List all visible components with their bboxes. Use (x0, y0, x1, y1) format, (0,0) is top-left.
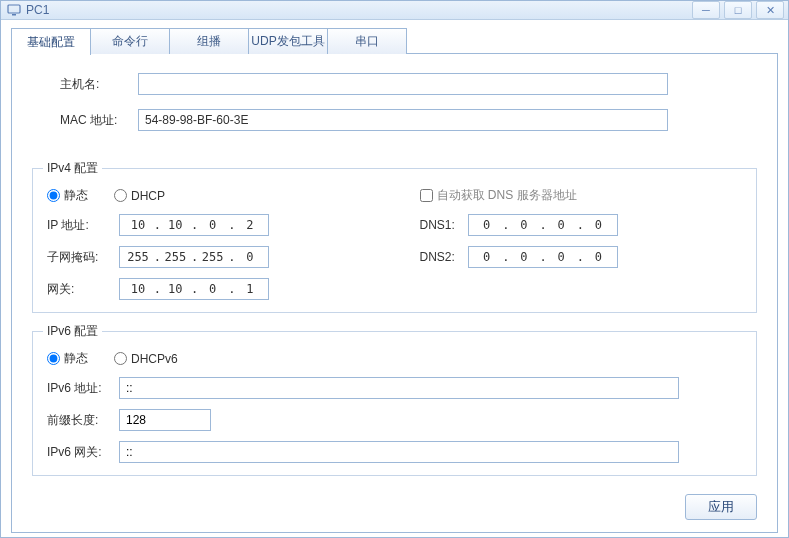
ipv4-dhcp-radio[interactable]: DHCP (114, 189, 165, 203)
mask-label: 子网掩码: (47, 249, 119, 266)
tab-basic[interactable]: 基础配置 (11, 28, 91, 55)
ipv4-right-col: 自动获取 DNS 服务器地址 DNS1: 0. 0. 0. 0 (420, 187, 743, 300)
mask-input[interactable]: 255. 255. 255. 0 (119, 246, 269, 268)
ipv4-static-radio[interactable]: 静态 (47, 187, 88, 204)
ipv6-addr-input[interactable] (119, 377, 679, 399)
dns1-label: DNS1: (420, 218, 468, 232)
ipv6-gw-input[interactable] (119, 441, 679, 463)
ipv6-addr-label: IPv6 地址: (47, 380, 119, 397)
gw-label: 网关: (47, 281, 119, 298)
dns2-label: DNS2: (420, 250, 468, 264)
close-button[interactable]: ✕ (756, 1, 784, 19)
ipv4-group: IPv4 配置 静态 DHCP (32, 160, 757, 313)
maximize-button[interactable]: □ (724, 1, 752, 19)
tab-bar: 基础配置 命令行 组播 UDP发包工具 串口 (11, 28, 778, 54)
ip-input[interactable]: 10. 10. 0. 2 (119, 214, 269, 236)
host-block: 主机名: MAC 地址: (32, 72, 757, 150)
app-icon (7, 3, 21, 17)
footer: 应用 (32, 486, 757, 520)
ipv6-dhcp-radio[interactable]: DHCPv6 (114, 352, 178, 366)
hostname-label: 主机名: (60, 76, 138, 93)
window-buttons: ─ □ ✕ (688, 1, 784, 19)
hostname-input[interactable] (138, 73, 668, 95)
titlebar: PC1 ─ □ ✕ (1, 1, 788, 20)
ipv4-static-label: 静态 (64, 187, 88, 204)
basic-config-panel: 主机名: MAC 地址: IPv4 配置 静态 (11, 54, 778, 533)
dns2-input[interactable]: 0. 0. 0. 0 (468, 246, 618, 268)
ipv6-static-label: 静态 (64, 350, 88, 367)
svg-rect-0 (8, 5, 20, 13)
mac-label: MAC 地址: (60, 112, 138, 129)
dns1-input[interactable]: 0. 0. 0. 0 (468, 214, 618, 236)
ipv6-legend: IPv6 配置 (43, 323, 102, 340)
tab-cli[interactable]: 命令行 (90, 28, 170, 54)
ipv6-prefix-input[interactable] (119, 409, 211, 431)
minimize-button[interactable]: ─ (692, 1, 720, 19)
apply-button[interactable]: 应用 (685, 494, 757, 520)
gateway-input[interactable]: 10. 10. 0. 1 (119, 278, 269, 300)
ipv6-group: IPv6 配置 静态 DHCPv6 IPv6 地址: 前缀长 (32, 323, 757, 476)
ipv4-legend: IPv4 配置 (43, 160, 102, 177)
pc-config-window: PC1 ─ □ ✕ 基础配置 命令行 组播 UDP发包工具 串口 主机名: MA… (0, 0, 789, 538)
svg-rect-1 (12, 14, 16, 16)
ipv6-dhcp-label: DHCPv6 (131, 352, 178, 366)
ipv6-static-radio[interactable]: 静态 (47, 350, 88, 367)
ipv4-dhcp-label: DHCP (131, 189, 165, 203)
window-title: PC1 (26, 3, 688, 17)
tab-serial[interactable]: 串口 (327, 28, 407, 54)
tab-multicast[interactable]: 组播 (169, 28, 249, 54)
ip-label: IP 地址: (47, 217, 119, 234)
tab-udp[interactable]: UDP发包工具 (248, 28, 328, 54)
ipv4-left-col: 静态 DHCP IP 地址: 10. 10. (47, 187, 370, 300)
auto-dns-label: 自动获取 DNS 服务器地址 (437, 187, 577, 204)
ipv6-prefix-label: 前缀长度: (47, 412, 119, 429)
window-body: 基础配置 命令行 组播 UDP发包工具 串口 主机名: MAC 地址: IPv4… (1, 20, 788, 538)
auto-dns-checkbox[interactable]: 自动获取 DNS 服务器地址 (420, 187, 577, 204)
mac-input[interactable] (138, 109, 668, 131)
ipv6-gw-label: IPv6 网关: (47, 444, 119, 461)
